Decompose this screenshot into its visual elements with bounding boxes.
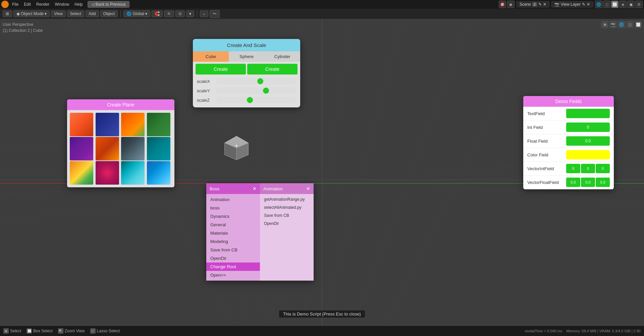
toolbar-extra1[interactable]: ⬦ [200, 10, 208, 17]
animation-close-icon[interactable]: ✕ [306, 186, 310, 191]
matprev-icon[interactable]: ◻ [603, 1, 610, 8]
image-cell-8[interactable] [147, 137, 170, 160]
image-cell-2[interactable] [96, 113, 119, 136]
anim-item-1[interactable]: getAnimationRange.py [260, 195, 314, 203]
vp-nav-icon-1[interactable]: ⊕ [601, 21, 608, 28]
image-cell-9[interactable] [70, 161, 93, 185]
boss-item-changeroot[interactable]: Change Root [206, 262, 260, 271]
boss-item-materials[interactable]: Materials [206, 229, 260, 237]
tab-cube[interactable]: Cube [193, 51, 229, 62]
scalex-thumb[interactable] [257, 78, 263, 84]
object-menu[interactable]: Object [100, 10, 118, 17]
scaley-thumb[interactable] [263, 88, 269, 94]
proportional-opts[interactable]: ▾ [186, 10, 194, 17]
intfield-value[interactable]: 0 [566, 123, 610, 132]
vectorintfield-label: VectorIntField [527, 166, 566, 171]
vecint-x[interactable]: 0 [566, 164, 580, 173]
vecint-y[interactable]: 0 [581, 164, 595, 173]
scalez-slider[interactable] [216, 97, 296, 103]
box-select-status: ⬜ Box Select [26, 328, 52, 334]
snap-magnet[interactable]: 🧲 [152, 10, 163, 17]
image-cell-6[interactable] [96, 137, 119, 160]
add-menu[interactable]: Add [86, 10, 99, 17]
image-cell-5[interactable] [70, 137, 93, 160]
boss-item-dynamics[interactable]: Dynamics [206, 212, 260, 221]
vecfloat-z[interactable]: 0.0 [596, 178, 610, 187]
scene-selector[interactable]: Scene 2 ✎ ✕ [517, 1, 549, 7]
vp-nav-icon-5[interactable]: ⬜ [635, 21, 642, 28]
snap-opts[interactable]: ⛭ [164, 10, 174, 17]
back-to-previous-button[interactable]: ◁ Back to Previous [88, 1, 129, 8]
image-cell-12[interactable] [147, 161, 170, 185]
textfield-value[interactable] [566, 109, 610, 118]
scalex-slider[interactable] [216, 78, 296, 85]
menu-file[interactable]: File [9, 1, 21, 7]
image-cell-7[interactable] [121, 137, 145, 160]
vecfloat-y[interactable]: 0.0 [581, 178, 595, 187]
boss-item-animation[interactable]: Animation [206, 195, 260, 204]
object-mode-selector[interactable]: ◉ Object Mode ▾ [13, 10, 50, 17]
anim-item-4[interactable]: OpenDir [260, 220, 314, 228]
floatfield-value[interactable]: 0.0 [566, 136, 610, 146]
view-menu[interactable]: View [51, 10, 66, 17]
topbar-icon-2[interactable]: ◉ [507, 1, 515, 8]
viewlayer-close[interactable]: ✕ [587, 2, 590, 7]
scalex-row: scaleX [193, 77, 300, 86]
anim-item-2[interactable]: selectAllAnimated.py [260, 203, 314, 211]
scalez-label: scaleZ [197, 98, 214, 103]
perspective-line1: User Perspective [3, 21, 43, 28]
vecint-z[interactable]: 0 [596, 164, 610, 173]
demo-fields-panel: Demo Fields TextField Int Field 0 Float … [523, 96, 614, 189]
boss-item-modeling[interactable]: Modeling [206, 237, 260, 246]
vectorfloatfield-row: VectorFloatField 0.0 0.0 0.0 [523, 176, 614, 189]
boss-item-general[interactable]: General [206, 221, 260, 229]
menu-window[interactable]: Window [52, 1, 72, 7]
tab-cylinder[interactable]: Cylinder [264, 51, 300, 62]
image-cell-4[interactable] [147, 113, 170, 136]
boss-close-icon[interactable]: ✕ [253, 186, 257, 191]
image-cell-3[interactable] [121, 113, 145, 136]
topbar-icon-1[interactable]: 🎯 [499, 1, 506, 8]
create-btn-1[interactable]: Create [196, 64, 246, 75]
wireframe-icon[interactable]: ◈ [619, 1, 627, 8]
image-cell-11[interactable] [121, 161, 145, 185]
viewport[interactable]: User Perspective (1) Collection 2 | Cube… [0, 19, 644, 328]
global-selector[interactable]: 🌐 Global ▾ [123, 10, 150, 17]
image-cell-10[interactable] [96, 161, 119, 185]
create-btn-2[interactable]: Create [247, 64, 298, 75]
intfield-label: Int Field [527, 125, 566, 130]
boss-item-save[interactable]: Save from CB [206, 246, 260, 254]
render-icon[interactable]: 🌐 [595, 1, 602, 8]
select-menu[interactable]: Select [67, 10, 84, 17]
user-perspective: User Perspective (1) Collection 2 | Cube [3, 21, 43, 34]
vp-nav-icon-3[interactable]: 🌐 [618, 21, 625, 28]
proportional-edit[interactable]: ⊙ [175, 10, 185, 17]
image-cell-1[interactable] [70, 113, 93, 136]
viewlayer-selector[interactable]: 📷 View Layer ✎ ✕ [551, 1, 593, 7]
settings-icon[interactable]: ⚙ [635, 1, 643, 8]
scaley-slider[interactable] [216, 87, 296, 94]
solid-icon[interactable]: ⬜ [611, 1, 619, 8]
workspace-icon[interactable]: ⊞ [3, 10, 12, 17]
scalez-thumb[interactable] [247, 97, 253, 103]
toolbar-extra2[interactable]: 〜 [210, 10, 220, 18]
anim-item-3[interactable]: Save from CB [260, 211, 314, 220]
menu-help[interactable]: Help [72, 1, 86, 7]
memory-info: Memory: 58.4 MiB | VRAM: 0.3/4.0 GiB | 2… [566, 329, 641, 333]
vp-nav-icon-4[interactable]: ◻ [626, 21, 634, 28]
boss-body: Animation boss Dynamics General Material… [206, 194, 314, 281]
boss-item-open[interactable]: Open>> [206, 271, 260, 279]
boss-item-opendir[interactable]: OpenDir [206, 254, 260, 262]
boss-item-boss[interactable]: boss [206, 204, 260, 212]
scene-close[interactable]: ✕ [543, 2, 546, 7]
status-right: modalTime = 0.040 ms Memory: 58.4 MiB | … [525, 329, 641, 333]
render-icon2[interactable]: ◼ [627, 1, 635, 8]
svg-line-12 [302, 19, 352, 328]
menu-edit[interactable]: Edit [21, 1, 34, 7]
tab-sphere[interactable]: Sphere [229, 51, 265, 62]
vp-nav-icon-2[interactable]: 📷 [609, 21, 617, 28]
menu-render[interactable]: Render [34, 1, 52, 7]
vecfloat-x[interactable]: 0.0 [566, 178, 580, 187]
colorfield-value[interactable] [566, 150, 610, 159]
viewport-3d-cube [221, 133, 252, 163]
